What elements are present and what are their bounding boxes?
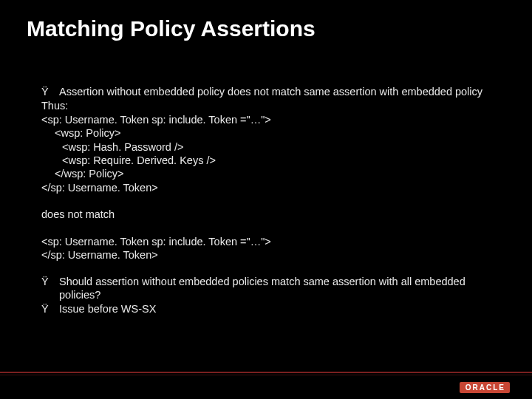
code-line: </wsp: Policy> xyxy=(41,168,502,180)
code-line: </sp: Username. Token> xyxy=(41,249,502,262)
code-line: <sp: Username. Token sp: include. Token … xyxy=(41,114,502,126)
oracle-logo-text: ORACLE xyxy=(460,382,510,393)
code-line: <wsp: Policy> xyxy=(41,127,502,140)
code-line: <wsp: Require. Derived. Keys /> xyxy=(41,154,502,167)
bullet-text: Should assertion without embedded polici… xyxy=(59,276,502,301)
bullet-mark: Ÿ xyxy=(41,86,59,98)
bullet-mark: Ÿ xyxy=(41,276,59,288)
code-line: <wsp: Hash. Password /> xyxy=(41,141,502,154)
footer-divider xyxy=(0,372,532,375)
bullet-item: ŸAssertion without embedded policy does … xyxy=(41,86,502,98)
bullet-mark: Ÿ xyxy=(41,303,59,316)
bullet-item: ŸShould assertion without embedded polic… xyxy=(41,276,502,301)
mid-text: does not match xyxy=(41,208,502,221)
code-line: <sp: Username. Token sp: include. Token … xyxy=(41,236,502,248)
slide-title: Matching Policy Assertions xyxy=(27,16,316,41)
slide-body: ŸAssertion without embedded policy does … xyxy=(41,86,502,317)
slide: Matching Policy Assertions ŸAssertion wi… xyxy=(0,0,532,399)
oracle-logo: ORACLE xyxy=(460,381,510,393)
bullet-text: Issue before WS-SX xyxy=(59,303,502,316)
bullet-text: Assertion without embedded policy does n… xyxy=(59,86,502,98)
code-line: Thus: xyxy=(41,100,502,112)
bullet-item: ŸIssue before WS-SX xyxy=(41,303,502,316)
code-line: </sp: Username. Token> xyxy=(41,182,502,194)
